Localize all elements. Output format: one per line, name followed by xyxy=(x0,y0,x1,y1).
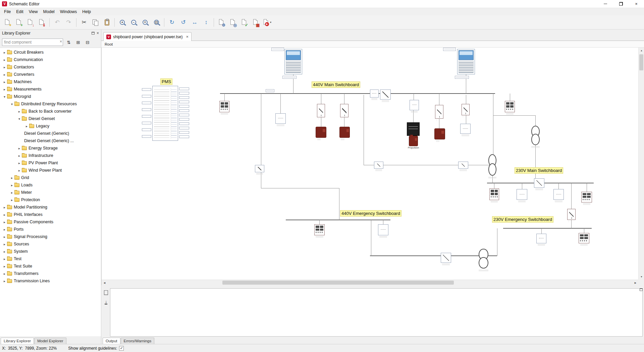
box-component-3[interactable] xyxy=(410,100,419,110)
schematic-label-230v-emergency-switchboard[interactable]: 230V Emergency Switchboard xyxy=(492,216,553,223)
breaker-component-1[interactable] xyxy=(317,104,325,117)
rotate-anticlockwise-button[interactable]: ↺ xyxy=(178,17,189,28)
float-output-panel-icon[interactable] xyxy=(640,288,643,291)
zoom-actual-button[interactable]: = xyxy=(140,17,151,28)
model-check-button[interactable]: ✓ xyxy=(239,17,250,28)
expand-arrow-icon[interactable]: ▸ xyxy=(2,80,7,84)
redo-button[interactable]: ↷ xyxy=(63,17,74,28)
expand-arrow-icon[interactable]: ▸ xyxy=(2,257,7,261)
tree-item-wind-power-plant[interactable]: ▸Wind Power Plant xyxy=(0,167,101,174)
panel-splitter[interactable] xyxy=(101,285,644,288)
expand-arrow-icon[interactable]: ▸ xyxy=(2,235,7,239)
breaker-component-3[interactable] xyxy=(435,105,443,119)
xfmr-component-2[interactable] xyxy=(530,126,541,145)
blackbox-component-1[interactable] xyxy=(407,122,420,136)
switch-component-1[interactable] xyxy=(380,90,391,100)
scroll-right-icon[interactable]: ▶ xyxy=(633,280,638,286)
box-component-2[interactable] xyxy=(370,90,379,98)
open-model-button[interactable]: + xyxy=(13,17,24,28)
expand-arrow-icon[interactable]: ▸ xyxy=(9,191,14,194)
tree-item-transmission-lines[interactable]: ▸Transmission Lines xyxy=(0,277,101,285)
breaker-component-5[interactable] xyxy=(567,209,576,220)
model-inspector-button[interactable]: ◎ xyxy=(227,17,238,28)
collapse-arrow-icon[interactable]: ▾ xyxy=(2,95,7,99)
zoom-in-button[interactable]: + xyxy=(117,17,128,28)
taglet-component-1[interactable] xyxy=(271,48,284,51)
flip-horizontal-button[interactable]: ↔ xyxy=(189,17,200,28)
menu-file[interactable]: File xyxy=(1,8,13,15)
schematic-label-440v-emergency-switchboard[interactable]: 440V Emergency Switchboard xyxy=(340,210,401,217)
zoom-fit-button[interactable]: ⊡ xyxy=(151,17,162,28)
scroll-down-icon[interactable]: ▼ xyxy=(639,274,644,280)
save-model-button[interactable]: ↓ xyxy=(25,17,36,28)
genset-component-2[interactable] xyxy=(339,127,350,138)
schematic-label-pms[interactable]: PMS xyxy=(160,78,172,85)
tree-item-infrastructure[interactable]: ▸Infrastructure xyxy=(0,152,101,159)
xfmr-component-3[interactable] xyxy=(477,249,490,269)
taglet-component-3[interactable] xyxy=(282,76,297,79)
close-panel-icon[interactable]: × xyxy=(97,31,99,35)
sort-components-icon[interactable]: ⇅ xyxy=(65,39,72,46)
tree-item-ports[interactable]: ▸Ports xyxy=(0,226,101,233)
output-scroll-to-bottom-icon[interactable]: ↓ xyxy=(103,299,109,305)
panel-tab-library-explorer[interactable]: Library Explorer xyxy=(1,338,34,344)
box-component-4[interactable] xyxy=(460,124,471,134)
switch-component-3[interactable] xyxy=(441,253,451,263)
float-panel-icon[interactable] xyxy=(92,32,95,35)
expand-arrow-icon[interactable]: ▸ xyxy=(2,213,7,217)
expand-arrow-icon[interactable]: ▸ xyxy=(2,228,7,231)
plc-component-2[interactable] xyxy=(457,49,475,74)
meter-component-5[interactable] xyxy=(314,224,325,235)
tree-item-measurements[interactable]: ▸Measurements xyxy=(0,85,101,93)
expand-arrow-icon[interactable]: ▸ xyxy=(24,124,29,128)
expand-arrow-icon[interactable]: ▸ xyxy=(2,279,7,283)
expand-arrow-icon[interactable]: ▸ xyxy=(17,110,22,113)
box-component-6[interactable] xyxy=(553,189,564,200)
tree-item-meter[interactable]: ▸Meter xyxy=(0,189,101,196)
genset-component-1[interactable] xyxy=(316,127,326,138)
meter-component-6[interactable] xyxy=(579,233,589,243)
expand-arrow-icon[interactable]: ▸ xyxy=(17,146,22,150)
tree-item-diesel-genset[interactable]: ▾Diesel Genset xyxy=(0,115,101,122)
save-model-as-button[interactable]: ⇓ xyxy=(36,17,47,28)
meter-component-4[interactable] xyxy=(581,192,592,202)
minimize-button[interactable] xyxy=(598,0,613,8)
meter-component-3[interactable] xyxy=(489,188,499,200)
output-console-icon[interactable] xyxy=(103,290,109,296)
expand-arrow-icon[interactable]: ▸ xyxy=(2,58,7,62)
paste-button[interactable] xyxy=(101,17,112,28)
switch-component-6[interactable] xyxy=(458,162,468,169)
undo-button[interactable]: ↶ xyxy=(52,17,63,28)
tree-item-back-to-back-converter[interactable]: ▸Back to Back converter xyxy=(0,108,101,115)
taglet-component-2[interactable] xyxy=(443,48,456,51)
expand-arrow-icon[interactable]: ▸ xyxy=(17,161,22,165)
cut-button[interactable]: ✂ xyxy=(78,17,90,28)
expand-arrow-icon[interactable]: ▸ xyxy=(2,242,7,246)
tree-item-test[interactable]: ▸Test xyxy=(0,255,101,262)
plc-component-1[interactable] xyxy=(284,49,302,74)
tree-item-legacy[interactable]: ▸Legacy xyxy=(0,122,101,130)
tree-item-pv-power-plant[interactable]: ▸PV Power Plant xyxy=(0,159,101,167)
vertical-scroll-thumb[interactable] xyxy=(639,54,643,70)
breaker-component-4[interactable] xyxy=(462,104,470,115)
taglet-component-4[interactable] xyxy=(455,76,469,79)
output-console-area[interactable] xyxy=(110,288,643,337)
close-tab-icon[interactable]: × xyxy=(186,34,189,39)
menu-model[interactable]: Model xyxy=(41,8,57,15)
tree-item-machines[interactable]: ▸Machines xyxy=(0,78,101,85)
tree-item-loads[interactable]: ▸Loads xyxy=(0,181,101,189)
switch-component-5[interactable] xyxy=(374,162,383,169)
menu-help[interactable]: Help xyxy=(79,8,94,15)
schematic-label-440v-main-switchboard[interactable]: 440V Main Switchboard xyxy=(312,81,360,88)
box-component-5[interactable] xyxy=(517,189,527,200)
breadcrumb-root[interactable]: Root xyxy=(105,42,113,46)
box-component-7[interactable] xyxy=(378,224,388,235)
tree-item-model-partitioning[interactable]: ▸Model Partitioning xyxy=(0,203,101,211)
menu-view[interactable]: View xyxy=(26,8,41,15)
expand-arrow-icon[interactable]: ▸ xyxy=(2,220,7,224)
tree-item-energy-storage[interactable]: ▸Energy Storage xyxy=(0,144,101,152)
rotate-clockwise-button[interactable]: ↻ xyxy=(166,17,177,28)
meter-component-1[interactable] xyxy=(219,101,229,112)
search-clear-icon[interactable]: × xyxy=(60,40,62,44)
tree-item-passive-components[interactable]: ▸Passive Components xyxy=(0,218,101,226)
